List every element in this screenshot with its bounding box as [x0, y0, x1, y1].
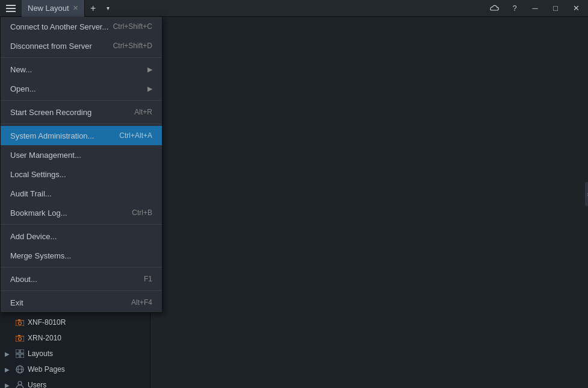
expand-arrow-icon: ▶: [5, 351, 12, 357]
menu-item-audit-trail[interactable]: Audit Trail...: [1, 184, 162, 203]
sidebar-sections: ▶ Layouts ▶: [0, 346, 150, 388]
svg-rect-23: [16, 354, 19, 358]
camera-label: XRN-2010: [28, 334, 61, 342]
web-pages-icon: [14, 365, 25, 374]
sidebar-item-layouts[interactable]: ▶ Layouts: [0, 346, 150, 361]
menu-item-system-admin[interactable]: System Administration... Ctrl+Alt+A: [1, 126, 162, 145]
svg-rect-21: [16, 349, 19, 353]
menu-separator: [1, 267, 162, 268]
menu-item-user-management[interactable]: User Management...: [1, 145, 162, 164]
minimize-icon: ─: [532, 4, 537, 13]
active-tab[interactable]: New Layout ✕: [22, 0, 85, 17]
section-label: Web Pages: [28, 365, 65, 374]
menu-item-shortcut: Ctrl+Shift+C: [113, 22, 152, 31]
camera-icon: [14, 319, 25, 326]
svg-rect-0: [6, 5, 16, 6]
minimize-button[interactable]: ─: [525, 0, 545, 17]
menu-item-shortcut: Ctrl+Alt+A: [119, 131, 152, 140]
svg-point-16: [19, 322, 22, 325]
close-icon: ✕: [573, 4, 580, 13]
menu-item-shortcut: Ctrl+B: [132, 208, 152, 217]
tab-bar: New Layout ✕ + ▾: [22, 0, 484, 16]
menu-item-label: System Administration...: [10, 131, 119, 140]
menu-item-local-settings[interactable]: Local Settings...: [1, 164, 162, 184]
menu-item-bookmark-log[interactable]: Bookmark Log... Ctrl+B: [1, 203, 162, 222]
maximize-icon: □: [553, 4, 558, 13]
menu-item-label: User Management...: [10, 151, 152, 160]
menu-item-label: Add Device...: [10, 232, 152, 241]
help-button[interactable]: ?: [505, 0, 524, 17]
content-area: [150, 17, 588, 388]
menu-item-disconnect[interactable]: Disconnect from Server Ctrl+Shift+D: [1, 36, 162, 55]
maximize-button[interactable]: □: [546, 0, 565, 17]
camera-icon: [14, 335, 25, 342]
sidebar-item-xrn-2010[interactable]: XRN-2010: [0, 330, 150, 346]
svg-rect-18: [16, 336, 24, 342]
menu-item-connect[interactable]: Connect to Another Server... Ctrl+Shift+…: [1, 17, 162, 36]
menu-item-label: Open...: [10, 84, 147, 93]
menu-separator: [1, 100, 162, 101]
svg-rect-20: [18, 335, 20, 336]
menu-item-label: Disconnect from Server: [10, 42, 113, 51]
section-label: Users: [28, 381, 46, 388]
menu-item-label: Start Screen Recording: [10, 108, 134, 117]
menu-item-screen-recording[interactable]: Start Screen Recording Alt+R: [1, 102, 162, 122]
expand-arrow-icon: ▶: [5, 366, 12, 373]
svg-rect-1: [6, 8, 16, 9]
menu-item-new[interactable]: New... ▶: [1, 60, 162, 79]
menu-item-shortcut: Ctrl+Shift+D: [113, 42, 152, 50]
menu-item-shortcut: Alt+R: [134, 108, 152, 116]
menu-item-about[interactable]: About... F1: [1, 269, 162, 289]
title-bar: New Layout ✕ + ▾ ? ─ □ ✕: [0, 0, 588, 17]
svg-rect-2: [6, 11, 16, 12]
menu-separator: [1, 57, 162, 58]
camera-label: XNF-8010R: [28, 318, 66, 327]
svg-rect-17: [18, 319, 20, 321]
section-label: Layouts: [28, 349, 53, 358]
menu-item-label: About...: [10, 275, 144, 284]
menu-item-label: Audit Trail...: [10, 189, 152, 198]
menu-item-exit[interactable]: Exit Alt+F4: [1, 293, 162, 312]
menu-separator: [1, 224, 162, 225]
menu-item-shortcut: Alt+F4: [131, 298, 152, 307]
svg-rect-22: [20, 349, 24, 353]
svg-rect-24: [20, 354, 24, 358]
sidebar-item-xnf-8010r[interactable]: XNF-8010R: [0, 314, 150, 330]
sidebar-item-web-pages[interactable]: ▶ Web Pages: [0, 361, 150, 377]
hamburger-button[interactable]: [0, 0, 22, 17]
menu-item-add-device[interactable]: Add Device...: [1, 227, 162, 246]
menu-item-label: Exit: [10, 298, 131, 307]
tab-dropdown-button[interactable]: ▾: [102, 0, 115, 17]
menu-item-label: Merge Systems...: [10, 251, 152, 260]
sidebar-item-users[interactable]: ▶ Users: [0, 377, 150, 388]
users-icon: [14, 381, 25, 388]
menu-item-label: Local Settings...: [10, 170, 152, 179]
menu-item-merge-systems[interactable]: Merge Systems...: [1, 246, 162, 265]
menu-item-label: Bookmark Log...: [10, 208, 132, 217]
menu-separator: [1, 290, 162, 291]
tab-close-button[interactable]: ✕: [73, 4, 78, 12]
expand-arrow-icon: ▶: [5, 382, 12, 389]
svg-point-19: [19, 337, 22, 340]
tab-label: New Layout: [28, 4, 69, 13]
window-controls: ? ─ □ ✕: [484, 0, 588, 17]
menu-item-label: Connect to Another Server...: [10, 22, 113, 31]
close-button[interactable]: ✕: [566, 0, 586, 17]
svg-rect-15: [16, 321, 24, 326]
svg-point-28: [18, 381, 22, 385]
menu-item-label: New...: [10, 65, 147, 74]
menu-separator: [1, 124, 162, 124]
cloud-button[interactable]: [484, 0, 504, 17]
menu-item-shortcut: F1: [144, 275, 152, 283]
help-icon: ?: [512, 4, 516, 13]
dropdown-menu: Connect to Another Server... Ctrl+Shift+…: [0, 17, 162, 313]
menu-item-open[interactable]: Open... ▶: [1, 79, 162, 98]
new-tab-button[interactable]: +: [85, 0, 102, 17]
layouts-icon: [14, 349, 25, 358]
submenu-arrow-icon: ▶: [147, 66, 152, 74]
submenu-arrow-icon: ▶: [147, 85, 152, 93]
